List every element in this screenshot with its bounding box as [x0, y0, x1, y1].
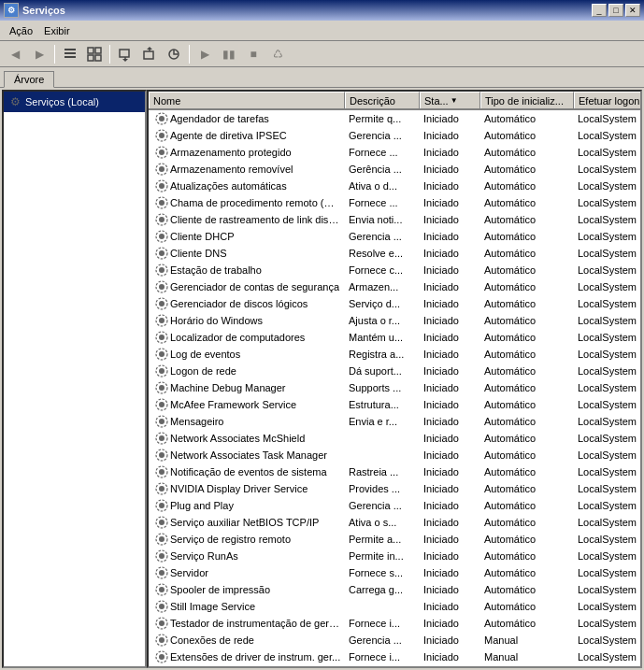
table-row[interactable]: Extensões de driver de instrum. ger... F… — [149, 649, 640, 665]
table-row[interactable]: McAfee Framework Service Estrutura... In… — [149, 396, 640, 413]
cell-nome: McAfee Framework Service — [149, 396, 345, 413]
export-button[interactable] — [114, 44, 136, 64]
table-body: Agendador de tarefas Permite q... Inicia… — [149, 110, 640, 666]
table-row[interactable]: Atualizações automáticas Ativa o d... In… — [149, 178, 640, 194]
cell-tipo: Automático — [480, 161, 574, 178]
table-row[interactable]: Gerenciador de discos lógicos Serviço d.… — [149, 295, 640, 312]
menu-exibir[interactable]: Exibir — [38, 23, 76, 38]
cell-desc: Provides ... — [345, 480, 420, 497]
table-row[interactable]: Network Associates McShield Iniciado Aut… — [149, 430, 640, 447]
table-row[interactable]: Mensageiro Envia e r... Iniciado Automát… — [149, 413, 640, 430]
close-button[interactable]: ✕ — [625, 4, 640, 17]
table-row[interactable]: Machine Debug Manager Supports ... Inici… — [149, 379, 640, 396]
cell-logon: LocalSystem — [574, 581, 640, 598]
svg-point-48 — [159, 402, 165, 407]
svg-rect-4 — [95, 48, 101, 53]
table-row[interactable]: Gerenciador de conexão de acesso r... Cr… — [149, 665, 640, 666]
service-icon — [154, 263, 169, 278]
col-header-tipo[interactable]: Tipo de inicializ... — [480, 92, 574, 108]
table-row[interactable]: Servidor Fornece s... Iniciado Automátic… — [149, 564, 640, 581]
table-row[interactable]: Armazenamento protegido Fornece ... Inic… — [149, 144, 640, 161]
cell-logon: LocalSystem — [574, 178, 640, 194]
tree-item-services-local[interactable]: ⚙ Serviços (Local) — [4, 92, 145, 112]
cell-nome: Estação de trabalho — [149, 262, 345, 278]
cell-status: Iniciado — [420, 295, 480, 312]
svg-point-18 — [159, 150, 165, 155]
table-row[interactable]: NVIDIA Display Driver Service Provides .… — [149, 480, 640, 497]
view-button-1[interactable] — [59, 44, 81, 64]
table-row[interactable]: Agente de diretiva IPSEC Gerencia ... In… — [149, 127, 640, 144]
service-name: Horário do Windows — [170, 313, 263, 328]
cell-tipo: Automático — [480, 564, 574, 581]
service-icon — [154, 532, 169, 547]
cell-tipo: Automático — [480, 329, 574, 346]
svg-point-72 — [159, 604, 165, 609]
tabs-area: Árvore — [0, 67, 644, 88]
cell-logon: LocalSystem — [574, 312, 640, 329]
table-row[interactable]: Gerenciador de contas de segurança Armaz… — [149, 278, 640, 295]
cell-logon: LocalSystem — [574, 278, 640, 295]
toolbar-separator-2 — [109, 45, 110, 64]
table-row[interactable]: Still Image Service Iniciado Automático … — [149, 598, 640, 615]
table-row[interactable]: Estação de trabalho Fornece c... Iniciad… — [149, 262, 640, 278]
menu-acao[interactable]: Ação — [4, 23, 38, 38]
cell-status: Iniciado — [420, 245, 480, 262]
table-row[interactable]: Logon de rede Dá suport... Iniciado Auto… — [149, 363, 640, 379]
col-header-nome[interactable]: Nome — [149, 92, 345, 108]
service-name: Mensageiro — [170, 414, 223, 429]
play-button[interactable]: ▶ — [193, 44, 216, 64]
table-row[interactable]: Cliente DHCP Gerencia ... Iniciado Autom… — [149, 228, 640, 245]
table-row[interactable]: Testador de instrumentação de gere... Fo… — [149, 615, 640, 632]
table-row[interactable]: Serviço auxiliar NetBIOS TCP/IP Ativa o … — [149, 514, 640, 531]
cell-status: Iniciado — [420, 110, 480, 127]
service-name: Chama de procedimento remoto (RPC) — [170, 195, 341, 210]
table-row[interactable]: Spooler de impressão Carrega g... Inicia… — [149, 581, 640, 598]
restart-button[interactable]: ♺ — [266, 44, 289, 64]
col-header-desc[interactable]: Descrição — [345, 92, 420, 108]
table-row[interactable]: Horário do Windows Ajusta o r... Iniciad… — [149, 312, 640, 329]
cell-tipo: Automático — [480, 514, 574, 531]
refresh-button[interactable] — [163, 44, 185, 64]
table-row[interactable]: Log de eventos Registra a... Iniciado Au… — [149, 346, 640, 363]
service-name: Logon de rede — [170, 364, 236, 378]
table-row[interactable]: Cliente de rastreamento de link distri..… — [149, 211, 640, 228]
col-header-logon[interactable]: Efetuar logon — [574, 92, 642, 108]
table-row[interactable]: Localizador de computadores Mantém u... … — [149, 329, 640, 346]
pause-button[interactable]: ▮▮ — [218, 44, 240, 64]
table-row[interactable]: Serviço de registro remoto Permite a... … — [149, 531, 640, 548]
svg-rect-6 — [95, 55, 101, 61]
cell-status: Iniciado — [420, 312, 480, 329]
tab-arvore[interactable]: Árvore — [4, 71, 54, 88]
col-header-status[interactable]: Sta... ▼ — [420, 92, 480, 108]
cell-nome: Spooler de impressão — [149, 581, 345, 598]
table-row[interactable]: Notificação de eventos de sistema Rastre… — [149, 463, 640, 480]
svg-point-74 — [159, 620, 165, 626]
table-row[interactable]: Armazenamento removível Gerência ... Ini… — [149, 161, 640, 178]
cell-desc: Registra a... — [345, 346, 420, 363]
back-button[interactable]: ◀ — [4, 44, 26, 64]
forward-button[interactable]: ▶ — [28, 44, 50, 64]
table-row[interactable]: Plug and Play Gerencia ... Iniciado Auto… — [149, 497, 640, 514]
service-icon — [154, 128, 169, 143]
cell-nome: Extensões de driver de instrum. ger... — [149, 649, 345, 665]
import-button[interactable] — [138, 44, 161, 64]
table-row[interactable]: Conexões de rede Gerencia ... Iniciado M… — [149, 632, 640, 649]
table-row[interactable]: Network Associates Task Manager Iniciado… — [149, 447, 640, 463]
cell-tipo: Automático — [480, 127, 574, 144]
view-button-2[interactable] — [83, 44, 106, 64]
table-row[interactable]: Agendador de tarefas Permite q... Inicia… — [149, 110, 640, 127]
table-row[interactable]: Serviço RunAs Permite in... Iniciado Aut… — [149, 548, 640, 564]
cell-status: Iniciado — [420, 548, 480, 564]
maximize-button[interactable]: □ — [608, 4, 623, 17]
svg-point-78 — [159, 654, 165, 660]
cell-logon: LocalSystem — [574, 632, 640, 649]
cell-nome: Gerenciador de discos lógicos — [149, 295, 345, 312]
cell-desc: Gerencia ... — [345, 632, 420, 649]
col-nome-label: Nome — [153, 95, 180, 107]
table-row[interactable]: Chama de procedimento remoto (RPC) Forne… — [149, 194, 640, 211]
cell-logon: LocalSystem — [574, 564, 640, 581]
stop-button[interactable]: ■ — [242, 44, 265, 64]
table-row[interactable]: Cliente DNS Resolve e... Iniciado Automá… — [149, 245, 640, 262]
minimize-button[interactable]: _ — [592, 4, 607, 17]
right-pane: Nome Descrição Sta... ▼ Tipo de iniciali… — [147, 90, 642, 668]
